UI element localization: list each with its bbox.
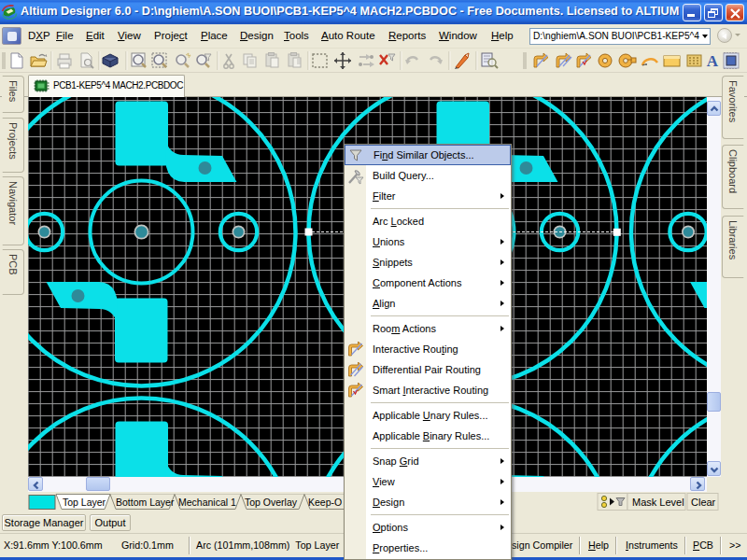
svg-text:A: A xyxy=(707,52,719,70)
svg-text:Mechanical 1: Mechanical 1 xyxy=(178,497,236,508)
svg-text:Clear: Clear xyxy=(691,497,716,508)
svg-text:Top Overlay: Top Overlay xyxy=(245,497,298,508)
svg-text:Mask Level: Mask Level xyxy=(632,497,684,508)
svg-text:Keep-O: Keep-O xyxy=(308,497,342,508)
svg-text:Top Layer: Top Layer xyxy=(63,497,106,508)
svg-text:Bottom Layer: Bottom Layer xyxy=(116,497,175,508)
